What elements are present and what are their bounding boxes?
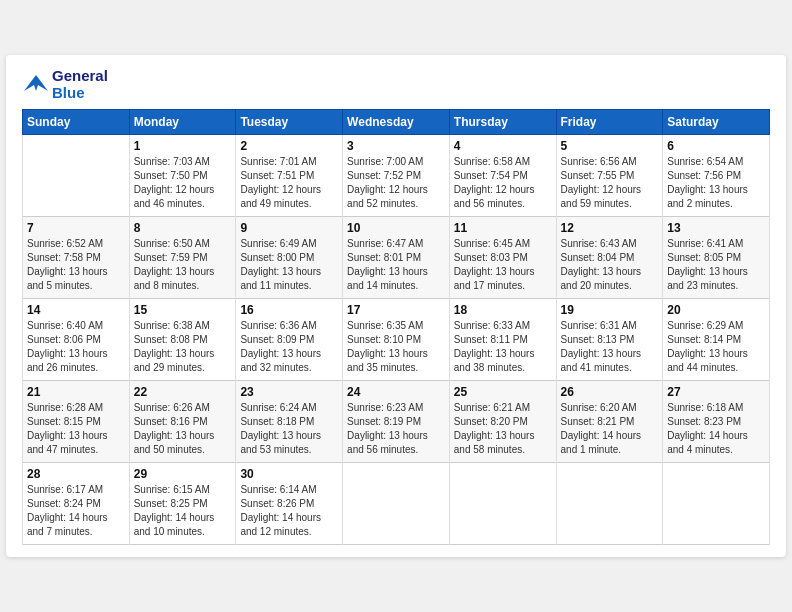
calendar-cell: 13Sunrise: 6:41 AM Sunset: 8:05 PM Dayli… — [663, 217, 770, 299]
calendar-week-row: 14Sunrise: 6:40 AM Sunset: 8:06 PM Dayli… — [23, 299, 770, 381]
calendar-table: SundayMondayTuesdayWednesdayThursdayFrid… — [22, 109, 770, 545]
day-info: Sunrise: 6:23 AM Sunset: 8:19 PM Dayligh… — [347, 401, 445, 457]
calendar-cell: 9Sunrise: 6:49 AM Sunset: 8:00 PM Daylig… — [236, 217, 343, 299]
day-number: 12 — [561, 221, 659, 235]
calendar-week-row: 7Sunrise: 6:52 AM Sunset: 7:58 PM Daylig… — [23, 217, 770, 299]
calendar-cell: 1Sunrise: 7:03 AM Sunset: 7:50 PM Daylig… — [129, 135, 236, 217]
day-number: 6 — [667, 139, 765, 153]
day-info: Sunrise: 7:03 AM Sunset: 7:50 PM Dayligh… — [134, 155, 232, 211]
calendar-cell — [556, 463, 663, 545]
day-info: Sunrise: 6:33 AM Sunset: 8:11 PM Dayligh… — [454, 319, 552, 375]
day-number: 30 — [240, 467, 338, 481]
calendar-cell: 18Sunrise: 6:33 AM Sunset: 8:11 PM Dayli… — [449, 299, 556, 381]
calendar-week-row: 1Sunrise: 7:03 AM Sunset: 7:50 PM Daylig… — [23, 135, 770, 217]
weekday-header: Saturday — [663, 110, 770, 135]
day-info: Sunrise: 6:28 AM Sunset: 8:15 PM Dayligh… — [27, 401, 125, 457]
day-info: Sunrise: 6:54 AM Sunset: 7:56 PM Dayligh… — [667, 155, 765, 211]
calendar-cell: 3Sunrise: 7:00 AM Sunset: 7:52 PM Daylig… — [343, 135, 450, 217]
calendar-cell — [663, 463, 770, 545]
day-info: Sunrise: 6:31 AM Sunset: 8:13 PM Dayligh… — [561, 319, 659, 375]
calendar-cell: 19Sunrise: 6:31 AM Sunset: 8:13 PM Dayli… — [556, 299, 663, 381]
day-number: 17 — [347, 303, 445, 317]
calendar-cell: 26Sunrise: 6:20 AM Sunset: 8:21 PM Dayli… — [556, 381, 663, 463]
day-info: Sunrise: 6:20 AM Sunset: 8:21 PM Dayligh… — [561, 401, 659, 457]
day-number: 18 — [454, 303, 552, 317]
weekday-header: Tuesday — [236, 110, 343, 135]
calendar-cell: 20Sunrise: 6:29 AM Sunset: 8:14 PM Dayli… — [663, 299, 770, 381]
day-info: Sunrise: 6:38 AM Sunset: 8:08 PM Dayligh… — [134, 319, 232, 375]
calendar-body: 1Sunrise: 7:03 AM Sunset: 7:50 PM Daylig… — [23, 135, 770, 545]
calendar-cell: 6Sunrise: 6:54 AM Sunset: 7:56 PM Daylig… — [663, 135, 770, 217]
day-info: Sunrise: 6:56 AM Sunset: 7:55 PM Dayligh… — [561, 155, 659, 211]
calendar-cell: 5Sunrise: 6:56 AM Sunset: 7:55 PM Daylig… — [556, 135, 663, 217]
day-number: 29 — [134, 467, 232, 481]
day-info: Sunrise: 7:01 AM Sunset: 7:51 PM Dayligh… — [240, 155, 338, 211]
calendar-cell: 17Sunrise: 6:35 AM Sunset: 8:10 PM Dayli… — [343, 299, 450, 381]
day-info: Sunrise: 7:00 AM Sunset: 7:52 PM Dayligh… — [347, 155, 445, 211]
day-number: 13 — [667, 221, 765, 235]
day-number: 24 — [347, 385, 445, 399]
day-number: 26 — [561, 385, 659, 399]
calendar-week-row: 28Sunrise: 6:17 AM Sunset: 8:24 PM Dayli… — [23, 463, 770, 545]
day-number: 4 — [454, 139, 552, 153]
day-info: Sunrise: 6:26 AM Sunset: 8:16 PM Dayligh… — [134, 401, 232, 457]
weekday-header: Sunday — [23, 110, 130, 135]
day-number: 19 — [561, 303, 659, 317]
day-info: Sunrise: 6:43 AM Sunset: 8:04 PM Dayligh… — [561, 237, 659, 293]
day-info: Sunrise: 6:24 AM Sunset: 8:18 PM Dayligh… — [240, 401, 338, 457]
day-number: 2 — [240, 139, 338, 153]
weekday-header: Wednesday — [343, 110, 450, 135]
calendar-cell: 12Sunrise: 6:43 AM Sunset: 8:04 PM Dayli… — [556, 217, 663, 299]
calendar-cell: 8Sunrise: 6:50 AM Sunset: 7:59 PM Daylig… — [129, 217, 236, 299]
calendar-cell: 24Sunrise: 6:23 AM Sunset: 8:19 PM Dayli… — [343, 381, 450, 463]
day-number: 15 — [134, 303, 232, 317]
calendar-cell: 27Sunrise: 6:18 AM Sunset: 8:23 PM Dayli… — [663, 381, 770, 463]
day-number: 9 — [240, 221, 338, 235]
day-info: Sunrise: 6:49 AM Sunset: 8:00 PM Dayligh… — [240, 237, 338, 293]
day-number: 14 — [27, 303, 125, 317]
calendar-week-row: 21Sunrise: 6:28 AM Sunset: 8:15 PM Dayli… — [23, 381, 770, 463]
logo-icon — [22, 73, 50, 95]
logo-text: General Blue — [52, 67, 108, 102]
calendar-cell: 28Sunrise: 6:17 AM Sunset: 8:24 PM Dayli… — [23, 463, 130, 545]
day-number: 27 — [667, 385, 765, 399]
day-info: Sunrise: 6:15 AM Sunset: 8:25 PM Dayligh… — [134, 483, 232, 539]
day-info: Sunrise: 6:21 AM Sunset: 8:20 PM Dayligh… — [454, 401, 552, 457]
calendar-cell — [23, 135, 130, 217]
day-info: Sunrise: 6:36 AM Sunset: 8:09 PM Dayligh… — [240, 319, 338, 375]
day-number: 3 — [347, 139, 445, 153]
day-number: 10 — [347, 221, 445, 235]
calendar-container: General Blue SundayMondayTuesdayWednesda… — [6, 55, 786, 558]
calendar-cell: 14Sunrise: 6:40 AM Sunset: 8:06 PM Dayli… — [23, 299, 130, 381]
day-info: Sunrise: 6:14 AM Sunset: 8:26 PM Dayligh… — [240, 483, 338, 539]
calendar-cell: 25Sunrise: 6:21 AM Sunset: 8:20 PM Dayli… — [449, 381, 556, 463]
day-info: Sunrise: 6:58 AM Sunset: 7:54 PM Dayligh… — [454, 155, 552, 211]
day-number: 7 — [27, 221, 125, 235]
day-number: 23 — [240, 385, 338, 399]
calendar-cell: 23Sunrise: 6:24 AM Sunset: 8:18 PM Dayli… — [236, 381, 343, 463]
day-number: 20 — [667, 303, 765, 317]
calendar-cell: 16Sunrise: 6:36 AM Sunset: 8:09 PM Dayli… — [236, 299, 343, 381]
day-number: 5 — [561, 139, 659, 153]
day-info: Sunrise: 6:18 AM Sunset: 8:23 PM Dayligh… — [667, 401, 765, 457]
calendar-cell — [343, 463, 450, 545]
calendar-header: SundayMondayTuesdayWednesdayThursdayFrid… — [23, 110, 770, 135]
weekday-header: Friday — [556, 110, 663, 135]
day-info: Sunrise: 6:47 AM Sunset: 8:01 PM Dayligh… — [347, 237, 445, 293]
header: General Blue — [22, 67, 770, 102]
weekday-header: Monday — [129, 110, 236, 135]
day-number: 22 — [134, 385, 232, 399]
calendar-cell: 7Sunrise: 6:52 AM Sunset: 7:58 PM Daylig… — [23, 217, 130, 299]
calendar-cell — [449, 463, 556, 545]
calendar-cell: 11Sunrise: 6:45 AM Sunset: 8:03 PM Dayli… — [449, 217, 556, 299]
day-info: Sunrise: 6:40 AM Sunset: 8:06 PM Dayligh… — [27, 319, 125, 375]
calendar-cell: 2Sunrise: 7:01 AM Sunset: 7:51 PM Daylig… — [236, 135, 343, 217]
logo-area: General Blue — [22, 67, 108, 102]
day-info: Sunrise: 6:45 AM Sunset: 8:03 PM Dayligh… — [454, 237, 552, 293]
day-number: 1 — [134, 139, 232, 153]
calendar-cell: 30Sunrise: 6:14 AM Sunset: 8:26 PM Dayli… — [236, 463, 343, 545]
calendar-cell: 29Sunrise: 6:15 AM Sunset: 8:25 PM Dayli… — [129, 463, 236, 545]
day-info: Sunrise: 6:35 AM Sunset: 8:10 PM Dayligh… — [347, 319, 445, 375]
day-info: Sunrise: 6:50 AM Sunset: 7:59 PM Dayligh… — [134, 237, 232, 293]
day-info: Sunrise: 6:41 AM Sunset: 8:05 PM Dayligh… — [667, 237, 765, 293]
